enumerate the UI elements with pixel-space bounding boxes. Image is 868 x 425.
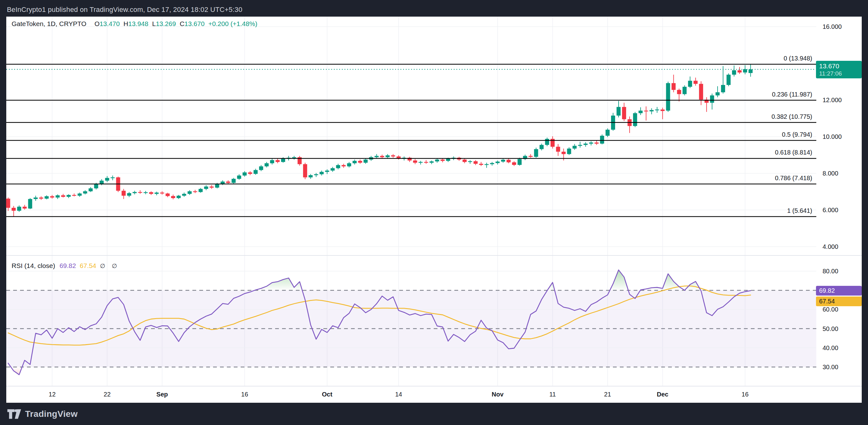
footer-bar: TradingView [0, 403, 868, 425]
tradingview-logo-icon [7, 408, 21, 420]
price-pane[interactable] [6, 17, 816, 255]
rsi-pane[interactable] [6, 255, 816, 386]
tradingview-published-chart: BeInCrypto1 published on TradingView.com… [0, 0, 868, 425]
tradingview-logo-text: TradingView [25, 409, 78, 419]
time-scale[interactable] [6, 386, 862, 403]
tradingview-logo[interactable]: TradingView [0, 408, 78, 420]
price-scale[interactable] [816, 17, 862, 386]
